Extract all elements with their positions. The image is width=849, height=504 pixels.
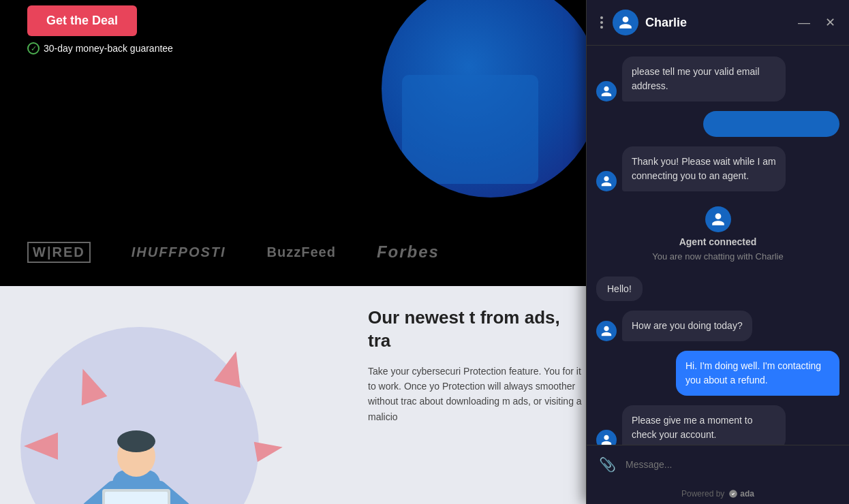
bubble-msg2 <box>703 111 839 137</box>
minimize-chat-button[interactable]: — <box>795 14 813 31</box>
connected-icon <box>705 206 731 232</box>
feature-content: Our newest t from ads, tra Take your cyb… <box>368 306 586 424</box>
bubble-msg8: Please give me a moment to check your ac… <box>622 405 786 445</box>
feature-body: Take your cybersecuri Protection feature… <box>368 364 586 425</box>
chat-agent-name: Charlie <box>645 16 788 30</box>
message-7: Hi. I'm doing well. I'm contacting you a… <box>596 351 839 396</box>
agent-connected-notice: Agent connected You are now chatting wit… <box>596 201 839 267</box>
arrow-left <box>24 432 58 460</box>
logos-section: W|RED IHUFFPOSTI BuzzFeed Forbes <box>0 218 586 286</box>
message-8: Please give me a moment to check your ac… <box>596 405 839 445</box>
agent-avatar-msg3 <box>596 171 617 191</box>
chat-messages-area: please tell me your valid email address.… <box>587 46 849 445</box>
logo-buzzfeed: BuzzFeed <box>267 245 336 260</box>
agent-avatar-msg6 <box>596 321 617 341</box>
message-1: please tell me your valid email address. <box>596 57 839 101</box>
chat-widget: Charlie — ✕ please tell me your valid em… <box>586 0 849 504</box>
message-6: How are you doing today? <box>596 311 839 341</box>
bubble-msg6: How are you doing today? <box>622 311 752 341</box>
decorative-circle <box>382 0 586 198</box>
agent-avatar-msg1 <box>596 81 617 101</box>
guarantee-text: 30-day money-back guarantee <box>44 43 173 54</box>
agent-avatar-msg8 <box>596 430 617 445</box>
connected-subtitle: You are now chatting with Charlie <box>652 251 783 262</box>
message-5-hello: Hello! <box>596 277 643 301</box>
powered-by-text: Powered by <box>681 489 724 499</box>
close-chat-button[interactable]: ✕ <box>822 14 838 31</box>
top-section: Get the Deal ✓ 30-day money-back guarant… <box>0 0 586 218</box>
person-illustration <box>68 381 218 504</box>
circle-inner <box>402 75 538 184</box>
bubble-msg7: Hi. I'm doing well. I'm contacting you a… <box>676 351 839 396</box>
arrow-top-right <box>214 348 249 388</box>
message-3: Thank you! Please wait while I am connec… <box>596 146 839 191</box>
chat-input-area: 📎 <box>587 445 849 484</box>
main-page: Get the Deal ✓ 30-day money-back guarant… <box>0 0 586 504</box>
arrow-right <box>254 437 285 462</box>
bubble-msg1: please tell me your valid email address. <box>622 57 786 101</box>
message-input[interactable] <box>626 459 839 470</box>
bubble-msg3: Thank you! Please wait while I am connec… <box>622 146 786 191</box>
lower-section: Our newest t from ads, tra Take your cyb… <box>0 286 586 504</box>
logo-wired: W|RED <box>27 242 91 263</box>
attach-button[interactable]: 📎 <box>596 454 619 475</box>
money-back-guarantee: ✓ 30-day money-back guarantee <box>27 42 173 54</box>
ada-logo: ada <box>728 489 754 499</box>
logo-forbes: Forbes <box>377 242 439 262</box>
chat-header-actions: — ✕ <box>795 14 838 31</box>
logo-huffpost: IHUFFPOSTI <box>132 245 226 260</box>
feature-heading: Our newest t from ads, tra <box>368 306 586 353</box>
svg-point-3 <box>117 430 155 452</box>
chat-menu-button[interactable] <box>598 14 606 31</box>
get-deal-button[interactable]: Get the Deal <box>27 5 137 36</box>
powered-by-bar: Powered by ada <box>587 484 849 504</box>
chat-header: Charlie — ✕ <box>587 0 849 46</box>
svg-rect-8 <box>105 492 168 504</box>
message-2 <box>596 111 839 137</box>
agent-avatar-header <box>613 10 638 35</box>
check-icon: ✓ <box>27 42 40 54</box>
connected-title: Agent connected <box>679 236 757 247</box>
illustration <box>0 313 409 504</box>
